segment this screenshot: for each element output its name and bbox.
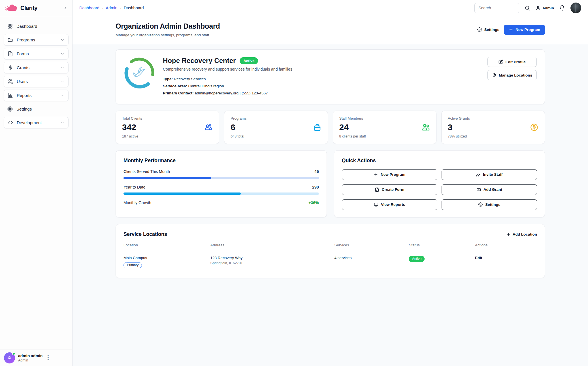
folder-icon [8,37,13,43]
sidebar-item-dashboard[interactable]: Dashboard [4,21,69,32]
add-location-button[interactable]: Add Location [506,232,537,236]
bar-chart-icon [8,93,13,98]
user-menu-button[interactable]: ••• [47,355,49,361]
service-locations-title: Service Locations [123,231,167,237]
stat-sub: 78% utilized [448,134,538,138]
sidebar-item-label: Settings [16,107,32,111]
chevron-down-icon [60,120,65,125]
plus-icon [374,172,378,177]
chevron-down-icon [60,65,65,70]
topbar: Dashboard › Admin › Dashboard admin [73,0,588,16]
perf-row-label: Year to Date [123,185,145,189]
chevron-left-icon [63,6,68,10]
sidebar-item-users[interactable]: Users [4,76,69,87]
organization-name: Hope Recovery Center [163,57,236,65]
clarity-logo-icon [5,3,18,12]
settings-button-label: Settings [484,27,499,32]
sidebar-item-label: Forms [17,51,29,56]
sidebar-header: Clarity [0,0,72,16]
perf-row-value: 298 [312,185,319,189]
page-header: Organization Admin Dashboard Manage your… [73,16,588,44]
breadcrumb-link-dashboard[interactable]: Dashboard [79,6,99,10]
location-address-line1: 123 Recovery Way [210,256,335,260]
location-edit-button[interactable]: Edit [475,256,482,260]
quick-action-settings[interactable]: Settings [442,199,537,210]
quick-action-label: Invite Staff [483,172,502,177]
code-icon [8,120,13,125]
sidebar-item-forms[interactable]: Forms [4,48,69,60]
gear-icon [478,202,483,207]
sidebar-item-grants[interactable]: Grants [4,62,69,73]
plus-icon [509,27,513,32]
stat-label: Staff Members [339,116,430,120]
org-service-area-value: Central Illinois region [188,84,224,88]
search-button[interactable] [525,5,530,11]
stat-label: Active Grants [448,116,538,120]
plus-icon [506,232,511,236]
column-header-status: Status [409,243,475,251]
sidebar-item-programs[interactable]: Programs [4,34,69,46]
new-program-button[interactable]: New Program [504,25,545,35]
sidebar-user-card[interactable]: admin admin Admin ••• [0,350,72,366]
gear-icon [477,27,482,32]
sidebar-item-label: Development [17,120,42,125]
primary-badge: Primary [123,262,142,268]
chevron-down-icon [60,38,65,42]
quick-action-invite-staff[interactable]: Invite Staff [442,169,537,180]
monthly-performance-title: Monthly Performance [123,158,319,164]
quick-action-add-grant[interactable]: Add Grant [442,184,537,195]
location-services: 4 services [335,256,352,260]
edit-profile-button[interactable]: Edit Profile [487,57,537,67]
organization-profile-card: Hope Recovery Center Active Comprehensiv… [116,49,545,104]
progress-fill-year-to-date [123,192,241,195]
search-input[interactable] [474,3,519,13]
banknote-icon [476,187,481,192]
quick-action-label: View Reports [381,202,405,207]
quick-action-label: Settings [485,202,500,207]
user-menu[interactable]: admin [536,5,554,10]
sidebar-collapse-button[interactable] [63,6,68,10]
sidebar-item-settings[interactable]: Settings [4,103,69,115]
profile-avatar[interactable] [570,3,581,13]
settings-button[interactable]: Settings [477,27,499,32]
org-contact-label: Primary Contact: [163,91,194,95]
user-role: Admin [18,358,42,362]
column-header-location: Location [123,243,210,251]
sidebar-item-development[interactable]: Development [4,117,69,128]
location-status-badge: Active [409,256,425,262]
stat-card-active-grants: Active Grants 3 78% utilized [441,111,545,144]
online-status-dot [12,352,15,355]
chevron-down-icon [60,93,65,98]
quick-action-create-form[interactable]: Create Form [342,184,437,195]
quick-action-new-program[interactable]: New Program [342,169,437,180]
file-icon [8,51,13,56]
file-icon [375,187,379,192]
service-locations-card: Service Locations Add Location Location … [116,224,545,278]
table-row: Main Campus Primary 123 Recovery Way Spr… [123,251,537,269]
manage-locations-button[interactable]: Manage Locations [487,70,537,80]
brand-name: Clarity [20,5,37,11]
briefcase-icon [313,123,321,132]
progress-fill-clients-month [123,177,211,179]
org-contact-value: admin@hoperecovery.org | (555) 123-4567 [195,91,268,95]
organization-logo [124,57,155,88]
organization-description: Comprehensive recovery and support servi… [163,67,292,71]
column-header-address: Address [210,243,335,251]
quick-action-view-reports[interactable]: View Reports [342,199,437,210]
sidebar-item-reports[interactable]: Reports [4,90,69,101]
user-plus-icon [476,172,480,177]
stats-row: Total Clients 342 187 active Programs 6 … [116,111,545,144]
dollar-circle-icon [530,123,538,132]
edit-profile-label: Edit Profile [505,60,525,64]
person-icon [536,5,541,10]
stat-value: 6 [231,122,321,132]
notifications-button[interactable] [559,5,565,11]
chevron-down-icon [60,79,65,84]
stat-label: Programs [231,116,321,120]
stat-sub: 187 active [122,134,213,138]
stat-card-programs: Programs 6 of 8 total [224,111,328,144]
breadcrumb-link-admin[interactable]: Admin [106,6,117,10]
quick-actions-title: Quick Actions [342,158,537,164]
org-service-area-label: Service Area: [163,84,187,88]
page-title: Organization Admin Dashboard [116,22,220,30]
